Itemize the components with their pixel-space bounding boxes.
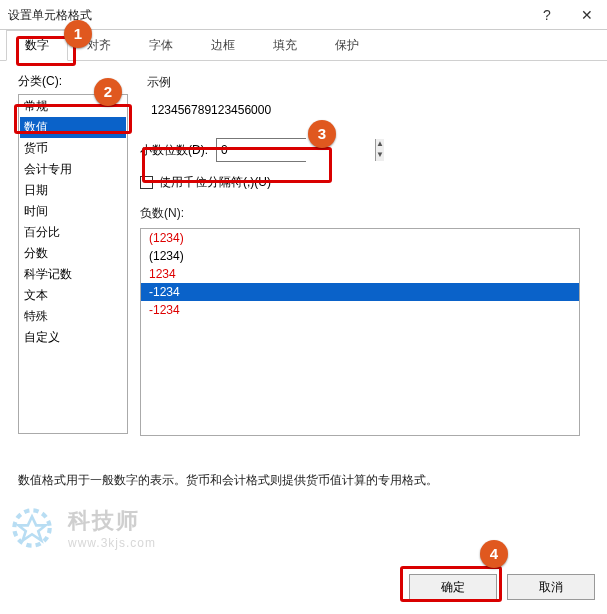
cat-percentage[interactable]: 百分比 bbox=[20, 222, 126, 243]
watermark: 科技师 www.3kjs.com bbox=[6, 502, 156, 554]
sample-value: 123456789123456000 bbox=[147, 97, 582, 123]
close-icon[interactable]: ✕ bbox=[567, 0, 607, 30]
tab-fill[interactable]: 填充 bbox=[254, 30, 316, 60]
cat-date[interactable]: 日期 bbox=[20, 180, 126, 201]
thousands-label: 使用千位分隔符(,)(U) bbox=[159, 174, 271, 191]
svg-point-0 bbox=[14, 510, 49, 545]
negative-label: 负数(N): bbox=[140, 205, 589, 222]
help-icon[interactable]: ? bbox=[527, 0, 567, 30]
neg-item[interactable]: 1234 bbox=[141, 265, 579, 283]
watermark-title: 科技师 bbox=[68, 506, 156, 536]
watermark-url: www.3kjs.com bbox=[68, 536, 156, 550]
cat-scientific[interactable]: 科学记数 bbox=[20, 264, 126, 285]
neg-item[interactable]: -1234 bbox=[141, 301, 579, 319]
format-footnote: 数值格式用于一般数字的表示。货币和会计格式则提供货币值计算的专用格式。 bbox=[18, 472, 438, 489]
spinner-down-icon[interactable]: ▼ bbox=[376, 150, 384, 161]
tab-protect[interactable]: 保护 bbox=[316, 30, 378, 60]
cat-custom[interactable]: 自定义 bbox=[20, 327, 126, 348]
spinner-up-icon[interactable]: ▲ bbox=[376, 139, 384, 150]
decimals-input[interactable] bbox=[217, 139, 375, 161]
cat-text[interactable]: 文本 bbox=[20, 285, 126, 306]
cat-number[interactable]: 数值 bbox=[20, 117, 126, 138]
cat-accounting[interactable]: 会计专用 bbox=[20, 159, 126, 180]
annotation-badge-3: 3 bbox=[308, 120, 336, 148]
tab-border[interactable]: 边框 bbox=[192, 30, 254, 60]
category-list[interactable]: 常规 数值 货币 会计专用 日期 时间 百分比 分数 科学记数 文本 特殊 自定… bbox=[18, 94, 128, 434]
negative-list[interactable]: (1234) (1234) 1234 -1234 -1234 bbox=[140, 228, 580, 436]
neg-item[interactable]: (1234) bbox=[141, 229, 579, 247]
decimals-label: 小数位数(D): bbox=[140, 142, 208, 159]
decimals-spinner[interactable]: ▲ ▼ bbox=[216, 138, 306, 162]
ok-button[interactable]: 确定 bbox=[409, 574, 497, 600]
neg-item[interactable]: (1234) bbox=[141, 247, 579, 265]
cat-special[interactable]: 特殊 bbox=[20, 306, 126, 327]
titlebar: 设置单元格格式 ? ✕ bbox=[0, 0, 607, 30]
thousands-checkbox[interactable] bbox=[140, 176, 153, 189]
svg-marker-1 bbox=[18, 517, 45, 541]
cat-fraction[interactable]: 分数 bbox=[20, 243, 126, 264]
annotation-badge-1: 1 bbox=[64, 20, 92, 48]
annotation-badge-4: 4 bbox=[480, 540, 508, 568]
sample-label: 示例 bbox=[147, 74, 582, 91]
cancel-button[interactable]: 取消 bbox=[507, 574, 595, 600]
cat-time[interactable]: 时间 bbox=[20, 201, 126, 222]
tab-font[interactable]: 字体 bbox=[130, 30, 192, 60]
watermark-logo-icon bbox=[6, 502, 58, 554]
annotation-badge-2: 2 bbox=[94, 78, 122, 106]
tab-number[interactable]: 数字 bbox=[6, 30, 68, 61]
cat-currency[interactable]: 货币 bbox=[20, 138, 126, 159]
neg-item[interactable]: -1234 bbox=[141, 283, 579, 301]
